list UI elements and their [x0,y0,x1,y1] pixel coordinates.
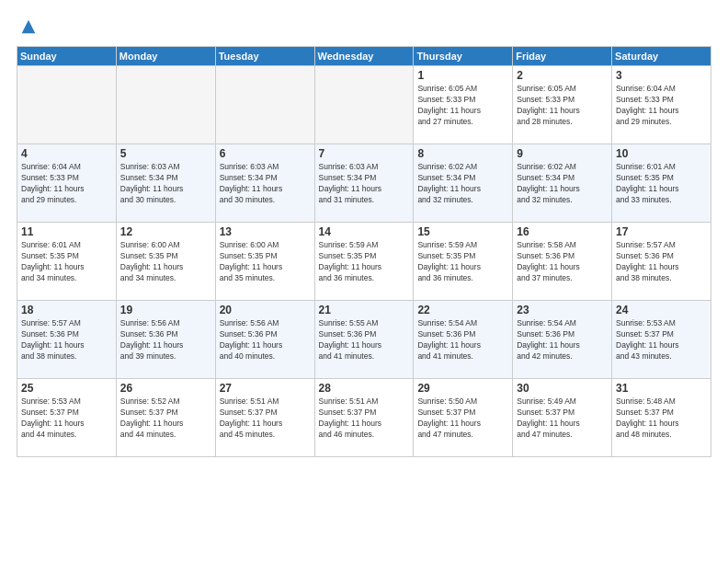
day-number: 31 [616,382,707,395]
day-info: Sunrise: 5:54 AMSunset: 5:36 PMDaylight:… [517,318,608,362]
day-info: Sunrise: 6:00 AMSunset: 5:35 PMDaylight:… [120,240,211,284]
day-info: Sunrise: 5:51 AMSunset: 5:37 PMDaylight:… [220,396,311,441]
week-row-3: 18Sunrise: 5:57 AMSunset: 5:36 PMDayligh… [17,301,711,379]
svg-marker-0 [22,20,36,34]
day-info: Sunrise: 5:55 AMSunset: 5:36 PMDaylight:… [319,318,410,362]
day-number: 21 [319,304,410,316]
day-number: 23 [517,304,608,316]
day-info: Sunrise: 5:54 AMSunset: 5:36 PMDaylight:… [417,318,508,362]
week-row-4: 25Sunrise: 5:53 AMSunset: 5:37 PMDayligh… [17,379,711,457]
day-number: 20 [220,304,311,316]
calendar-cell: 16Sunrise: 5:58 AMSunset: 5:36 PMDayligh… [513,223,612,301]
day-number: 17 [616,225,707,238]
day-number: 5 [120,147,211,160]
calendar-table: SundayMondayTuesdayWednesdayThursdayFrid… [17,46,711,457]
logo-icon [18,17,39,37]
day-info: Sunrise: 5:57 AMSunset: 5:36 PMDaylight:… [616,240,707,284]
header-thursday: Thursday [414,47,513,66]
week-row-2: 11Sunrise: 6:01 AMSunset: 5:35 PMDayligh… [17,223,711,301]
day-number: 7 [319,147,410,160]
day-number: 16 [517,225,608,238]
day-info: Sunrise: 6:04 AMSunset: 5:33 PMDaylight:… [21,162,112,206]
day-info: Sunrise: 6:03 AMSunset: 5:34 PMDaylight:… [120,162,211,206]
day-info: Sunrise: 6:00 AMSunset: 5:35 PMDaylight:… [220,240,311,284]
calendar-cell: 4Sunrise: 6:04 AMSunset: 5:33 PMDaylight… [17,144,117,223]
day-info: Sunrise: 6:01 AMSunset: 5:35 PMDaylight:… [21,240,112,284]
day-info: Sunrise: 6:02 AMSunset: 5:34 PMDaylight:… [517,162,608,206]
calendar-cell: 27Sunrise: 5:51 AMSunset: 5:37 PMDayligh… [215,379,314,457]
day-info: Sunrise: 5:49 AMSunset: 5:37 PMDaylight:… [517,396,608,441]
calendar-cell: 30Sunrise: 5:49 AMSunset: 5:37 PMDayligh… [513,379,612,457]
day-number: 1 [417,69,508,82]
day-number: 18 [21,304,112,316]
day-number: 10 [616,147,707,160]
day-info: Sunrise: 6:04 AMSunset: 5:33 PMDaylight:… [616,84,707,128]
day-info: Sunrise: 5:59 AMSunset: 5:35 PMDaylight:… [417,240,508,284]
day-info: Sunrise: 5:51 AMSunset: 5:37 PMDaylight:… [319,396,410,441]
header-monday: Monday [116,47,215,66]
day-number: 14 [319,225,410,238]
calendar-cell: 29Sunrise: 5:50 AMSunset: 5:37 PMDayligh… [414,379,513,457]
day-number: 26 [120,382,211,395]
calendar-cell: 20Sunrise: 5:56 AMSunset: 5:36 PMDayligh… [215,301,314,379]
header-wednesday: Wednesday [314,47,414,66]
day-number: 25 [21,382,112,395]
day-number: 22 [417,304,508,316]
calendar-cell: 31Sunrise: 5:48 AMSunset: 5:37 PMDayligh… [612,379,711,457]
day-number: 27 [220,382,311,395]
calendar-cell: 12Sunrise: 6:00 AMSunset: 5:35 PMDayligh… [116,223,215,301]
day-number: 3 [616,69,707,82]
day-number: 15 [417,225,508,238]
day-info: Sunrise: 6:02 AMSunset: 5:34 PMDaylight:… [417,162,508,206]
day-info: Sunrise: 5:50 AMSunset: 5:37 PMDaylight:… [417,396,508,441]
day-info: Sunrise: 6:03 AMSunset: 5:34 PMDaylight:… [220,162,311,206]
day-number: 8 [417,147,508,160]
calendar-cell: 22Sunrise: 5:54 AMSunset: 5:36 PMDayligh… [414,301,513,379]
calendar-cell: 11Sunrise: 6:01 AMSunset: 5:35 PMDayligh… [17,223,117,301]
day-number: 9 [517,147,608,160]
calendar-cell: 7Sunrise: 6:03 AMSunset: 5:34 PMDaylight… [314,144,414,223]
calendar-cell: 15Sunrise: 5:59 AMSunset: 5:35 PMDayligh… [414,223,513,301]
day-info: Sunrise: 5:53 AMSunset: 5:37 PMDaylight:… [21,396,112,441]
calendar-cell: 13Sunrise: 6:00 AMSunset: 5:35 PMDayligh… [215,223,314,301]
calendar-cell: 18Sunrise: 5:57 AMSunset: 5:36 PMDayligh… [17,301,117,379]
header-sunday: Sunday [17,47,117,66]
day-number: 13 [220,225,311,238]
calendar-cell: 21Sunrise: 5:55 AMSunset: 5:36 PMDayligh… [314,301,414,379]
calendar-cell: 5Sunrise: 6:03 AMSunset: 5:34 PMDaylight… [116,144,215,223]
calendar-cell: 19Sunrise: 5:56 AMSunset: 5:36 PMDayligh… [116,301,215,379]
day-number: 2 [517,69,608,82]
day-info: Sunrise: 5:53 AMSunset: 5:37 PMDaylight:… [616,318,707,362]
day-number: 11 [21,225,112,238]
logo [17,17,39,37]
day-number: 28 [319,382,410,395]
header [17,17,711,37]
calendar-cell: 2Sunrise: 6:05 AMSunset: 5:33 PMDaylight… [513,66,612,144]
calendar-cell: 25Sunrise: 5:53 AMSunset: 5:37 PMDayligh… [17,379,117,457]
calendar-cell: 3Sunrise: 6:04 AMSunset: 5:33 PMDaylight… [612,66,711,144]
calendar-cell [17,66,117,144]
calendar-cell [215,66,314,144]
day-info: Sunrise: 5:48 AMSunset: 5:37 PMDaylight:… [616,396,707,441]
calendar-cell: 9Sunrise: 6:02 AMSunset: 5:34 PMDaylight… [513,144,612,223]
calendar-cell: 26Sunrise: 5:52 AMSunset: 5:37 PMDayligh… [116,379,215,457]
page: SundayMondayTuesdayWednesdayThursdayFrid… [0,0,728,563]
week-row-1: 4Sunrise: 6:04 AMSunset: 5:33 PMDaylight… [17,144,711,223]
calendar-cell: 8Sunrise: 6:02 AMSunset: 5:34 PMDaylight… [414,144,513,223]
calendar-cell: 24Sunrise: 5:53 AMSunset: 5:37 PMDayligh… [612,301,711,379]
day-info: Sunrise: 6:03 AMSunset: 5:34 PMDaylight:… [319,162,410,206]
calendar-cell: 6Sunrise: 6:03 AMSunset: 5:34 PMDaylight… [215,144,314,223]
day-info: Sunrise: 5:57 AMSunset: 5:36 PMDaylight:… [21,318,112,362]
day-info: Sunrise: 5:59 AMSunset: 5:35 PMDaylight:… [319,240,410,284]
header-saturday: Saturday [612,47,711,66]
header-tuesday: Tuesday [215,47,314,66]
calendar-cell: 14Sunrise: 5:59 AMSunset: 5:35 PMDayligh… [314,223,414,301]
day-info: Sunrise: 5:58 AMSunset: 5:36 PMDaylight:… [517,240,608,284]
day-info: Sunrise: 5:52 AMSunset: 5:37 PMDaylight:… [120,396,211,441]
day-number: 12 [120,225,211,238]
day-number: 4 [21,147,112,160]
calendar-cell [314,66,414,144]
calendar-cell: 17Sunrise: 5:57 AMSunset: 5:36 PMDayligh… [612,223,711,301]
day-info: Sunrise: 6:05 AMSunset: 5:33 PMDaylight:… [517,84,608,128]
day-number: 24 [616,304,707,316]
